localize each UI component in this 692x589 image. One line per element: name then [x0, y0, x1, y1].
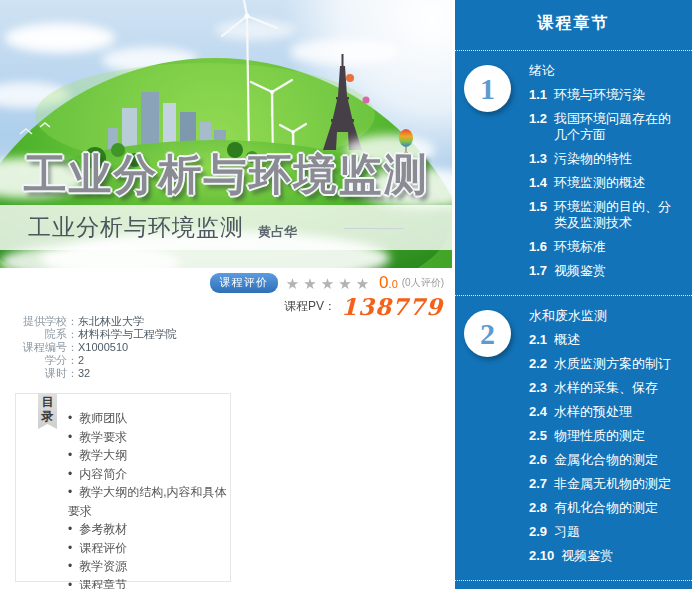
meta-row: 课时：32: [0, 367, 177, 380]
star-icon[interactable]: ★: [303, 275, 320, 292]
chapter-item-label: 金属化合物的测定: [554, 452, 680, 468]
banner-art-title: 工业分析与环境监测: [24, 146, 429, 204]
chapter-item[interactable]: 2.7非金属无机物的测定: [529, 476, 680, 492]
bullet-icon: •: [68, 541, 72, 555]
banner-title-band: 工业分析与环境监测 黄占华: [0, 205, 452, 250]
chapter-item[interactable]: 2.6金属化合物的测定: [529, 452, 680, 468]
chapter-item-number: 2.5: [529, 428, 547, 444]
toc-item[interactable]: •课程评价: [68, 539, 230, 558]
rating-row: 课程评价 ★★★★★ 0.0 (0人评价): [210, 273, 444, 293]
course-instructor: 黄占华: [258, 223, 297, 241]
toc-item-label: 教学资源: [79, 559, 127, 573]
chapter-item[interactable]: 1.5环境监测的目的、分类及监测技术: [529, 199, 680, 231]
chapter-item-number: 1.3: [529, 151, 547, 167]
sidebar-title: 课程章节: [455, 0, 692, 34]
chapter-item[interactable]: 2.5物理性质的测定: [529, 428, 680, 444]
chapter-sidebar: 课程章节 1绪论1.1环境与环境污染1.2我国环境问题存在的几个方面1.3污染物…: [455, 0, 692, 589]
chapter-item-number: 1.7: [529, 263, 547, 279]
chapter-item[interactable]: 1.4环境监测的概述: [529, 175, 680, 191]
toc-item-label: 教学大纲的结构,内容和具体要求: [68, 485, 227, 518]
chapter-section: 1绪论1.1环境与环境污染1.2我国环境问题存在的几个方面1.3污染物的特性1.…: [455, 51, 692, 279]
toc-item[interactable]: •教学大纲: [68, 446, 230, 465]
bullet-icon: •: [68, 448, 72, 462]
chapter-item-number: 1.2: [529, 111, 547, 143]
chapter-item-number: 2.1: [529, 332, 547, 348]
chapter-item-number: 2.7: [529, 476, 547, 492]
chapter-number-badge: 2: [464, 310, 511, 357]
chapter-item-label: 视频鉴赏: [554, 263, 680, 279]
star-icon[interactable]: ★: [338, 275, 355, 292]
meta-label: 课时：: [0, 367, 78, 380]
toc-item[interactable]: •内容简介: [68, 465, 230, 484]
toc-ribbon: 目录: [38, 393, 57, 429]
chapter-item-number: 2.4: [529, 404, 547, 420]
toc-item-label: 课程评价: [79, 541, 127, 555]
chapter-item-label: 物理性质的测定: [554, 428, 680, 444]
chapter-item-label: 环境与环境污染: [554, 87, 680, 103]
chapter-item[interactable]: 2.9习题: [529, 524, 680, 540]
chapter-item-label: 环境监测的目的、分类及监测技术: [554, 199, 680, 231]
toc-item-label: 参考教材: [79, 522, 127, 536]
chapter-item-number: 1.6: [529, 239, 547, 255]
toc-item-label: 课程章节: [79, 578, 127, 589]
toc-item[interactable]: •教学资源: [68, 557, 230, 576]
chapter-item[interactable]: 1.1环境与环境污染: [529, 87, 680, 103]
chapter-item[interactable]: 2.4水样的预处理: [529, 404, 680, 420]
chapter-item[interactable]: 2.2水质监测方案的制订: [529, 356, 680, 372]
course-rating-button[interactable]: 课程评价: [210, 273, 278, 293]
pv-value: 138779: [341, 293, 443, 320]
course-meta: 提供学校：东北林业大学院系：材料科学与工程学院课程编号：X1000510学分：2…: [0, 315, 177, 380]
star-icon[interactable]: ★: [356, 275, 373, 292]
bullet-icon: •: [68, 578, 72, 589]
chapter-item[interactable]: 1.2我国环境问题存在的几个方面: [529, 111, 680, 143]
chapter-item-number: 2.10: [529, 548, 554, 564]
bullet-icon: •: [68, 485, 72, 499]
course-page: 工业分析与环境监测 工业分析与环境监测 黄占华 课程评价 ★★★★★ 0.0 (…: [0, 0, 692, 589]
course-banner: 工业分析与环境监测 工业分析与环境监测 黄占华: [0, 0, 452, 268]
toc-item[interactable]: •教师团队: [68, 409, 230, 428]
meta-label: 提供学校：: [0, 315, 78, 328]
toc-item[interactable]: •课程章节: [68, 576, 230, 589]
rating-count: (0人评价): [402, 276, 444, 290]
chapter-item[interactable]: 1.3污染物的特性: [529, 151, 680, 167]
star-icon[interactable]: ★: [321, 275, 338, 292]
meta-label: 课程编号：: [0, 341, 78, 354]
chapter-item[interactable]: 1.6环境标准: [529, 239, 680, 255]
chapter-item[interactable]: 1.7视频鉴赏: [529, 263, 680, 279]
chapter-item[interactable]: 2.8有机化合物的测定: [529, 500, 680, 516]
chapter-heading[interactable]: 水和废水监测: [529, 308, 680, 324]
chapter-item-number: 1.1: [529, 87, 547, 103]
chapter-section: 2水和废水监测2.1概述2.2水质监测方案的制订2.3水样的采集、保存2.4水样…: [455, 296, 692, 564]
meta-value: 材料科学与工程学院: [78, 328, 177, 341]
chapter-item[interactable]: 2.10视频鉴赏: [529, 548, 680, 564]
decorative-line: [344, 228, 404, 229]
chapter-item-number: 2.9: [529, 524, 547, 540]
bullet-icon: •: [68, 411, 72, 425]
chapter-item[interactable]: 2.3水样的采集、保存: [529, 380, 680, 396]
toc-item[interactable]: •教学要求: [68, 428, 230, 447]
meta-label: 院系：: [0, 328, 78, 341]
toc-item[interactable]: •参考教材: [68, 520, 230, 539]
star-icon[interactable]: ★: [286, 275, 303, 292]
toc-item-label: 教学大纲: [79, 448, 127, 462]
meta-row: 提供学校：东北林业大学: [0, 315, 177, 328]
bullet-icon: •: [68, 467, 72, 481]
chapter-item-number: 2.2: [529, 356, 547, 372]
rating-score: 0.0: [379, 273, 398, 293]
chapter-heading[interactable]: 绪论: [529, 63, 680, 79]
toc-item-label: 内容简介: [79, 467, 127, 481]
chapter-item-label: 视频鉴赏: [561, 548, 680, 564]
meta-row: 院系：材料科学与工程学院: [0, 328, 177, 341]
sidebar-divider: [455, 580, 692, 581]
bullet-icon: •: [68, 522, 72, 536]
chapter-item-number: 2.3: [529, 380, 547, 396]
chapter-number-badge: 1: [464, 65, 511, 112]
chapter-item-label: 概述: [554, 332, 680, 348]
chapter-sections: 1绪论1.1环境与环境污染1.2我国环境问题存在的几个方面1.3污染物的特性1.…: [455, 51, 692, 581]
page-views-row: 课程PV： 138779: [284, 293, 443, 320]
chapter-item-label: 有机化合物的测定: [554, 500, 680, 516]
toc-item[interactable]: •教学大纲的结构,内容和具体要求: [68, 483, 230, 520]
chapter-item-label: 非金属无机物的测定: [554, 476, 680, 492]
chapter-item[interactable]: 2.1概述: [529, 332, 680, 348]
meta-value: X1000510: [78, 341, 128, 354]
